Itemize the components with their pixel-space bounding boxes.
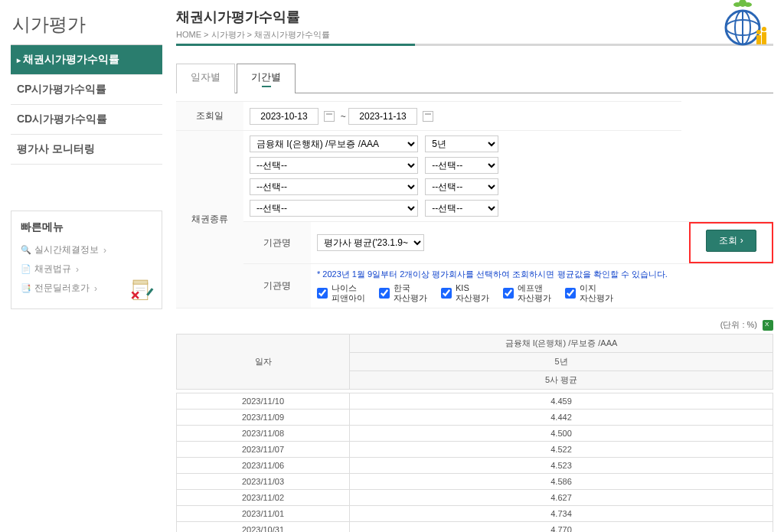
table-row: 2023/11/014.734 bbox=[177, 506, 773, 522]
cell-date: 2023/10/31 bbox=[177, 522, 350, 532]
company-checkbox[interactable]: 한국자산평가 bbox=[379, 283, 427, 303]
org-select[interactable]: 평가사 평균('23.1.9~) bbox=[317, 234, 424, 251]
page-title: 채권시가평가수익률 bbox=[176, 8, 773, 26]
unit-row: (단위 : %) bbox=[176, 319, 773, 331]
table-row: 2023/10/314.770 bbox=[177, 522, 773, 532]
col-bond: 금융채 I(은행채) /무보증 /AAA bbox=[350, 335, 773, 353]
cell-date: 2023/11/10 bbox=[177, 393, 350, 410]
company-checkbox[interactable]: 에프앤자산평가 bbox=[503, 283, 551, 303]
page-header: 채권시가평가수익률 HOME > 시가평가 > 채권시가평가수익률 bbox=[176, 8, 773, 52]
tab[interactable]: 기간별 bbox=[237, 64, 296, 93]
cell-date: 2023/11/08 bbox=[177, 426, 350, 442]
svg-rect-12 bbox=[762, 32, 766, 44]
search-highlight-box: 조회 bbox=[689, 222, 773, 263]
search-button[interactable]: 조회 bbox=[706, 230, 756, 252]
header-divider bbox=[176, 44, 773, 46]
table-row: 2023/11/024.627 bbox=[177, 490, 773, 506]
quick-item-icon: 📄 bbox=[21, 264, 31, 274]
svg-rect-0 bbox=[133, 283, 148, 300]
cell-date: 2023/11/02 bbox=[177, 490, 350, 506]
cell-value: 4.500 bbox=[350, 426, 773, 442]
filter-label-date: 조회일 bbox=[176, 102, 243, 131]
svg-point-10 bbox=[744, 2, 752, 7]
filter-panel: 조회일 ~ 채권종류 금융채 I(은행채) /무보증 /AAA 5년 bbox=[176, 101, 773, 308]
company-checkbox[interactable]: KIS자산평가 bbox=[441, 283, 489, 303]
notice-text: * 2023년 1월 9일부터 2개이상 평가회사를 선택하여 조회하시면 평균… bbox=[317, 269, 767, 280]
checkbox-label: KIS자산평가 bbox=[456, 283, 489, 303]
cell-date: 2023/11/07 bbox=[177, 442, 350, 458]
notepad-icon bbox=[129, 276, 155, 302]
checkbox-input[interactable] bbox=[503, 288, 514, 299]
svg-rect-11 bbox=[756, 35, 761, 44]
table-row: 2023/11/064.523 bbox=[177, 458, 773, 474]
cell-value: 4.734 bbox=[350, 506, 773, 522]
cell-date: 2023/11/06 bbox=[177, 458, 350, 474]
company-checkbox[interactable]: 이지자산평가 bbox=[565, 283, 613, 303]
col-date: 일자 bbox=[177, 335, 350, 390]
cell-date: 2023/11/03 bbox=[177, 474, 350, 490]
quick-menu-item[interactable]: 🔍실시간체결정보 bbox=[21, 240, 152, 259]
date-from-input[interactable] bbox=[250, 108, 318, 125]
quick-menu-title: 빠른메뉴 bbox=[21, 220, 152, 234]
checkbox-input[interactable] bbox=[317, 288, 328, 299]
checkbox-label: 나이스피앤아이 bbox=[332, 283, 365, 303]
bondtype-select-3[interactable]: --선택-- bbox=[250, 178, 418, 195]
table-row: 2023/11/074.522 bbox=[177, 442, 773, 458]
filter-label-org: 기관명 bbox=[243, 222, 311, 264]
calendar-icon[interactable] bbox=[324, 111, 335, 122]
filter-label-bondtype: 채권종류 bbox=[176, 131, 243, 308]
cell-value: 4.586 bbox=[350, 474, 773, 490]
sidebar: 시가평가 채권시가평가수익률CP시가평가수익률CD시가평가수익률평가사 모니터링… bbox=[11, 8, 162, 532]
data-table-scroll[interactable]: 2023/11/104.4592023/11/094.4422023/11/08… bbox=[176, 390, 773, 532]
bondtype-select-2[interactable]: --선택-- bbox=[250, 157, 418, 174]
cell-value: 4.627 bbox=[350, 490, 773, 506]
tab[interactable]: 일자별 bbox=[176, 64, 235, 93]
checkbox-label: 한국자산평가 bbox=[394, 283, 427, 303]
svg-point-9 bbox=[733, 2, 741, 7]
unit-label: (단위 : %) bbox=[720, 320, 757, 329]
date-separator: ~ bbox=[341, 111, 346, 122]
filter-label-org2: 기관명 bbox=[243, 264, 311, 308]
cell-value: 4.442 bbox=[350, 410, 773, 426]
bondtype-select-1[interactable]: 금융채 I(은행채) /무보증 /AAA bbox=[250, 135, 418, 152]
quick-item-label: 실시간체결정보 bbox=[34, 243, 99, 256]
quick-item-label: 전문딜러호가 bbox=[34, 282, 90, 295]
quick-item-label: 채권법규 bbox=[34, 263, 71, 276]
cell-date: 2023/11/01 bbox=[177, 506, 350, 522]
globe-icon bbox=[689, 0, 773, 52]
sidebar-item[interactable]: 채권시가평가수익률 bbox=[11, 45, 162, 74]
col-avg: 5사 평균 bbox=[350, 371, 773, 390]
tab-bar: 일자별기간별 bbox=[176, 63, 773, 93]
date-to-input[interactable] bbox=[348, 108, 417, 125]
sidebar-item[interactable]: CD시가평가수익률 bbox=[11, 105, 162, 134]
term-select-2[interactable]: --선택-- bbox=[425, 157, 498, 174]
company-checkbox[interactable]: 나이스피앤아이 bbox=[317, 283, 365, 303]
checkbox-label: 이지자산평가 bbox=[580, 283, 613, 303]
sidebar-item[interactable]: 평가사 모니터링 bbox=[11, 135, 162, 164]
excel-download-icon[interactable] bbox=[763, 320, 773, 331]
quick-menu-box: 빠른메뉴 🔍실시간체결정보📄채권법규📑전문딜러호가 bbox=[11, 211, 162, 309]
col-term: 5년 bbox=[350, 353, 773, 371]
term-select-4[interactable]: --선택-- bbox=[425, 200, 498, 217]
quick-item-icon: 🔍 bbox=[21, 245, 31, 255]
sidebar-item[interactable]: CP시가평가수익률 bbox=[11, 75, 162, 104]
main-content: 채권시가평가수익률 HOME > 시가평가 > 채권시가평가수익률 일자별기간별… bbox=[176, 8, 773, 532]
cell-date: 2023/11/09 bbox=[177, 410, 350, 426]
checkbox-input[interactable] bbox=[379, 288, 390, 299]
bondtype-select-4[interactable]: --선택-- bbox=[250, 200, 418, 217]
data-table-body: 2023/11/104.4592023/11/094.4422023/11/08… bbox=[176, 393, 773, 532]
calendar-icon[interactable] bbox=[423, 111, 433, 122]
sidebar-nav: 채권시가평가수익률CP시가평가수익률CD시가평가수익률평가사 모니터링 bbox=[11, 45, 162, 165]
term-select-3[interactable]: --선택-- bbox=[425, 178, 498, 195]
data-table-header: 일자 금융채 I(은행채) /무보증 /AAA 5년 5사 평균 bbox=[176, 334, 773, 390]
svg-point-13 bbox=[756, 30, 761, 34]
checkbox-input[interactable] bbox=[565, 288, 576, 299]
table-row: 2023/11/094.442 bbox=[177, 410, 773, 426]
cell-value: 4.770 bbox=[350, 522, 773, 532]
breadcrumb: HOME > 시가평가 > 채권시가평가수익률 bbox=[176, 29, 773, 41]
quick-item-icon: 📑 bbox=[21, 283, 31, 293]
checkbox-input[interactable] bbox=[441, 288, 452, 299]
term-select-1[interactable]: 5년 bbox=[425, 135, 498, 152]
svg-point-14 bbox=[762, 27, 766, 31]
table-row: 2023/11/084.500 bbox=[177, 426, 773, 442]
